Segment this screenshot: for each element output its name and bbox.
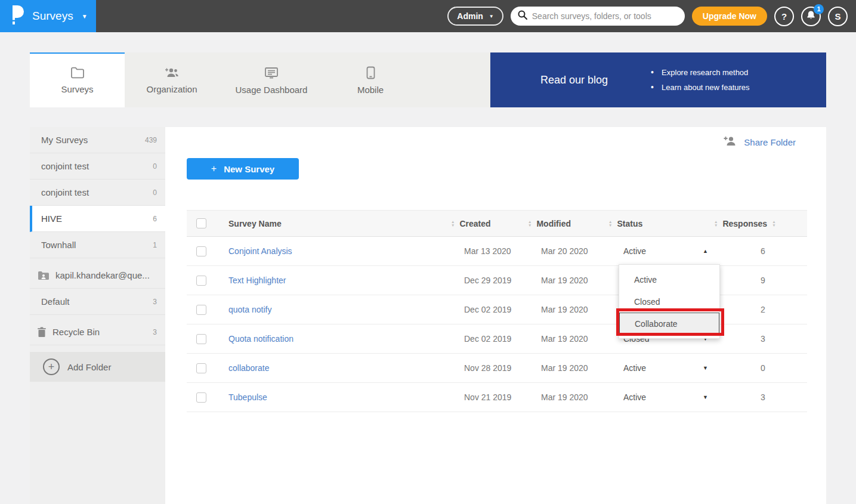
shared-folder-icon: [38, 271, 50, 280]
created-date: Dec 02 2019: [451, 305, 511, 314]
admin-menu[interactable]: Admin ▼: [447, 7, 503, 26]
status-value: Active: [608, 363, 698, 373]
sort-icon[interactable]: [528, 220, 531, 227]
dropdown-option-collaborate[interactable]: Collaborate: [619, 313, 719, 335]
row-checkbox[interactable]: [196, 246, 206, 256]
help-button[interactable]: ?: [774, 7, 794, 26]
modified-date: Mar 19 2020: [528, 276, 588, 285]
chevron-down-icon: ▼: [82, 13, 88, 20]
table-header-row: Survey Name Created Modified Status Resp…: [187, 210, 807, 237]
row-checkbox[interactable]: [196, 276, 206, 286]
sidebar-item-shared-folder[interactable]: kapil.khandekar@que...: [30, 262, 165, 289]
column-header-status[interactable]: Status: [617, 219, 642, 228]
folder-count: 3: [153, 328, 157, 336]
row-checkbox[interactable]: [196, 392, 206, 403]
chevron-down-icon[interactable]: [703, 394, 708, 400]
sidebar-item-recycle-bin[interactable]: Recycle Bin 3: [30, 319, 165, 345]
responses-count: 9: [714, 276, 765, 285]
tab-mobile[interactable]: Mobile: [324, 52, 417, 107]
survey-name-link[interactable]: Quota notification: [228, 334, 293, 344]
search-input[interactable]: [532, 11, 678, 21]
sidebar-item-hive[interactable]: HIVE 6: [30, 206, 165, 232]
tab-usage-dashboard[interactable]: Usage Dashboard: [219, 52, 324, 107]
sort-icon[interactable]: [608, 220, 612, 227]
sidebar-item-default[interactable]: Default 3: [30, 289, 165, 315]
created-date: Nov 21 2019: [451, 392, 511, 402]
tab-label: Mobile: [357, 85, 384, 95]
search-icon: [518, 10, 527, 22]
banner-bullet: Learn about new features: [651, 83, 749, 92]
sort-icon[interactable]: [451, 220, 455, 227]
admin-label: Admin: [457, 11, 483, 21]
modified-date: Mar 19 2020: [528, 363, 588, 373]
select-all-checkbox[interactable]: [196, 218, 206, 228]
upgrade-now-button[interactable]: Upgrade Now: [692, 7, 767, 26]
folder-count: 0: [153, 188, 157, 197]
status-value: Active: [608, 246, 698, 256]
people-add-icon: [164, 67, 180, 79]
blog-banner[interactable]: Read our blog Explore research method Le…: [490, 52, 826, 107]
tab-label: Usage Dashboard: [236, 85, 308, 95]
add-folder-button[interactable]: + Add Folder: [30, 352, 165, 382]
survey-name-link[interactable]: quota notify: [228, 305, 271, 314]
banner-bullet-list: Explore research method Learn about new …: [651, 68, 749, 92]
survey-name-link[interactable]: Conjoint Analysis: [228, 246, 292, 256]
dashboard-icon: [264, 67, 279, 79]
created-date: Dec 29 2019: [451, 276, 511, 285]
survey-name-link[interactable]: Text Highlighter: [228, 276, 286, 285]
folder-count: 1: [153, 241, 157, 249]
sidebar-item-my-surveys[interactable]: My Surveys 439: [30, 127, 165, 153]
folder-count: 3: [153, 298, 157, 306]
product-switcher[interactable]: Surveys ▼: [0, 0, 96, 32]
status-value: Active: [608, 392, 698, 402]
tab-organization[interactable]: Organization: [125, 52, 219, 107]
column-header-modified[interactable]: Modified: [536, 219, 571, 228]
status-dropdown-menu: Active Closed Collaborate: [619, 264, 720, 339]
survey-name-link[interactable]: collaborate: [228, 363, 270, 373]
mobile-icon: [366, 66, 375, 79]
modified-date: Mar 19 2020: [528, 392, 588, 402]
question-mark-icon: ?: [781, 11, 787, 21]
chevron-down-icon[interactable]: [703, 365, 708, 371]
row-checkbox[interactable]: [196, 334, 206, 344]
folder-count: 6: [153, 215, 157, 223]
row-checkbox[interactable]: [196, 305, 206, 315]
column-header-survey-name[interactable]: Survey Name: [228, 219, 282, 228]
created-date: Mar 13 2020: [451, 246, 511, 256]
created-date: Dec 02 2019: [451, 334, 511, 344]
responses-count: 3: [714, 334, 765, 344]
banner-bullet: Explore research method: [651, 68, 749, 77]
folder-sidebar: My Surveys 439 conjoint test 0 conjoint …: [30, 127, 165, 504]
survey-name-link[interactable]: Tubepulse: [228, 392, 267, 402]
created-date: Nov 28 2019: [451, 363, 511, 373]
sidebar-divider: [30, 258, 165, 262]
table-row: collaborate Nov 28 2019 Mar 19 2020 Acti…: [187, 354, 807, 383]
sidebar-item-conjoint-test-2[interactable]: conjoint test 0: [30, 180, 165, 206]
tabstrip-filler: [417, 52, 490, 107]
product-title: Surveys: [32, 10, 73, 23]
sort-icon[interactable]: [714, 220, 718, 227]
content-area: My Surveys 439 conjoint test 0 conjoint …: [30, 127, 826, 504]
column-header-created[interactable]: Created: [459, 219, 490, 228]
global-search: [511, 7, 685, 26]
responses-count: 0: [714, 363, 765, 373]
sidebar-item-conjoint-test-1[interactable]: conjoint test 0: [30, 153, 165, 180]
folder-icon: [70, 67, 85, 79]
row-checkbox[interactable]: [196, 363, 206, 373]
sort-icon[interactable]: [772, 220, 775, 227]
tab-label: Organization: [146, 84, 197, 94]
dropdown-option-closed[interactable]: Closed: [619, 290, 719, 313]
dropdown-option-active[interactable]: Active: [619, 268, 719, 290]
new-survey-button[interactable]: + New Survey: [187, 158, 299, 180]
column-header-responses[interactable]: Responses: [722, 219, 767, 228]
folder-count: 439: [145, 136, 157, 144]
survey-list-panel: Share Folder + New Survey Survey Name Cr…: [165, 127, 826, 504]
tab-surveys[interactable]: Surveys: [30, 52, 125, 107]
chevron-up-icon[interactable]: [703, 248, 708, 254]
sidebar-item-townhall[interactable]: Townhall 1: [30, 232, 165, 258]
notifications-button[interactable]: 1: [801, 7, 821, 26]
table-row: Conjoint Analysis Mar 13 2020 Mar 20 202…: [187, 237, 807, 266]
user-avatar[interactable]: S: [828, 7, 848, 26]
share-folder-link[interactable]: Share Folder: [723, 135, 796, 149]
tab-label: Surveys: [61, 84, 93, 94]
